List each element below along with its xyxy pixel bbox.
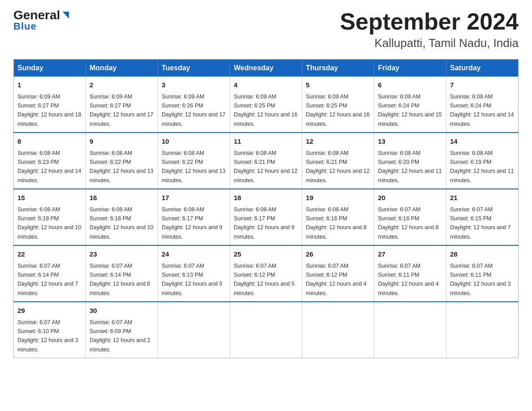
day-info: Sunrise: 6:08 AMSunset: 6:19 PMDaylight:… xyxy=(17,206,81,240)
calendar-cell: 20Sunrise: 6:07 AMSunset: 6:16 PMDayligh… xyxy=(374,189,446,245)
calendar-cell: 22Sunrise: 6:07 AMSunset: 6:14 PMDayligh… xyxy=(14,245,86,302)
logo-blue: Blue xyxy=(13,21,37,32)
day-number: 18 xyxy=(234,193,298,203)
day-info: Sunrise: 6:08 AMSunset: 6:22 PMDaylight:… xyxy=(90,150,153,184)
calendar-cell xyxy=(374,302,446,358)
day-number: 17 xyxy=(162,193,226,203)
calendar-cell: 27Sunrise: 6:07 AMSunset: 6:11 PMDayligh… xyxy=(374,245,446,302)
calendar-cell xyxy=(446,302,519,358)
day-info: Sunrise: 6:09 AMSunset: 6:24 PMDaylight:… xyxy=(378,94,442,127)
calendar-cell: 26Sunrise: 6:07 AMSunset: 6:12 PMDayligh… xyxy=(302,245,374,302)
page-header: General Blue September 2024 Kallupatti, … xyxy=(13,9,519,50)
day-number: 22 xyxy=(17,249,82,260)
calendar-cell: 23Sunrise: 6:07 AMSunset: 6:14 PMDayligh… xyxy=(86,245,158,302)
day-number: 1 xyxy=(17,80,82,90)
day-info: Sunrise: 6:08 AMSunset: 6:23 PMDaylight:… xyxy=(17,150,81,184)
day-number: 23 xyxy=(90,249,154,260)
day-info: Sunrise: 6:07 AMSunset: 6:11 PMDaylight:… xyxy=(378,263,439,296)
day-info: Sunrise: 6:09 AMSunset: 6:25 PMDaylight:… xyxy=(306,94,369,127)
calendar-cell xyxy=(158,302,230,358)
calendar-cell: 10Sunrise: 6:08 AMSunset: 6:22 PMDayligh… xyxy=(158,133,230,189)
calendar-cell: 1Sunrise: 6:09 AMSunset: 6:27 PMDaylight… xyxy=(14,77,86,133)
day-info: Sunrise: 6:08 AMSunset: 6:21 PMDaylight:… xyxy=(234,150,297,184)
calendar-cell: 24Sunrise: 6:07 AMSunset: 6:13 PMDayligh… xyxy=(158,245,230,302)
calendar-cell: 12Sunrise: 6:08 AMSunset: 6:21 PMDayligh… xyxy=(302,133,374,189)
calendar-cell: 3Sunrise: 6:09 AMSunset: 6:26 PMDaylight… xyxy=(158,77,230,133)
calendar-header: SundayMondayTuesdayWednesdayThursdayFrid… xyxy=(14,60,519,77)
calendar-cell xyxy=(230,302,302,358)
day-number: 5 xyxy=(306,80,370,90)
calendar-week-row: 8Sunrise: 6:08 AMSunset: 6:23 PMDaylight… xyxy=(14,133,519,189)
day-info: Sunrise: 6:09 AMSunset: 6:25 PMDaylight:… xyxy=(234,94,297,127)
day-number: 13 xyxy=(378,137,442,147)
calendar-cell: 29Sunrise: 6:07 AMSunset: 6:10 PMDayligh… xyxy=(14,302,86,358)
day-header-wednesday: Wednesday xyxy=(230,60,302,77)
day-number: 28 xyxy=(450,249,515,260)
calendar-title-block: September 2024 Kallupatti, Tamil Nadu, I… xyxy=(340,9,519,50)
day-number: 26 xyxy=(306,249,370,260)
day-header-tuesday: Tuesday xyxy=(158,60,230,77)
svg-marker-0 xyxy=(63,12,69,19)
day-number: 8 xyxy=(17,137,82,147)
day-number: 11 xyxy=(234,137,298,147)
calendar-cell: 14Sunrise: 6:08 AMSunset: 6:19 PMDayligh… xyxy=(446,133,519,189)
day-header-thursday: Thursday xyxy=(302,60,374,77)
day-info: Sunrise: 6:08 AMSunset: 6:20 PMDaylight:… xyxy=(378,150,442,184)
day-number: 19 xyxy=(306,193,370,203)
day-header-monday: Monday xyxy=(86,60,158,77)
day-number: 27 xyxy=(378,249,442,260)
day-number: 15 xyxy=(17,193,82,203)
logo-general: General xyxy=(13,9,60,21)
calendar-cell: 9Sunrise: 6:08 AMSunset: 6:22 PMDaylight… xyxy=(86,133,158,189)
calendar-cell: 5Sunrise: 6:09 AMSunset: 6:25 PMDaylight… xyxy=(302,77,374,133)
day-number: 29 xyxy=(17,306,82,316)
day-number: 21 xyxy=(450,193,515,203)
day-info: Sunrise: 6:07 AMSunset: 6:15 PMDaylight:… xyxy=(450,206,511,240)
day-info: Sunrise: 6:08 AMSunset: 6:19 PMDaylight:… xyxy=(450,150,514,184)
day-info: Sunrise: 6:09 AMSunset: 6:26 PMDaylight:… xyxy=(162,94,225,127)
day-number: 14 xyxy=(450,137,515,147)
calendar-cell: 11Sunrise: 6:08 AMSunset: 6:21 PMDayligh… xyxy=(230,133,302,189)
day-info: Sunrise: 6:07 AMSunset: 6:09 PMDaylight:… xyxy=(90,319,150,353)
day-number: 12 xyxy=(306,137,370,147)
calendar-body: 1Sunrise: 6:09 AMSunset: 6:27 PMDaylight… xyxy=(14,77,519,358)
calendar-cell: 25Sunrise: 6:07 AMSunset: 6:12 PMDayligh… xyxy=(230,245,302,302)
calendar-week-row: 1Sunrise: 6:09 AMSunset: 6:27 PMDaylight… xyxy=(14,77,519,133)
day-number: 25 xyxy=(234,249,298,260)
calendar-cell: 18Sunrise: 6:08 AMSunset: 6:17 PMDayligh… xyxy=(230,189,302,245)
day-number: 3 xyxy=(162,80,226,90)
day-info: Sunrise: 6:08 AMSunset: 6:22 PMDaylight:… xyxy=(162,150,225,184)
day-info: Sunrise: 6:07 AMSunset: 6:14 PMDaylight:… xyxy=(17,263,78,296)
day-number: 9 xyxy=(90,137,154,147)
day-info: Sunrise: 6:07 AMSunset: 6:12 PMDaylight:… xyxy=(306,263,367,296)
calendar-week-row: 22Sunrise: 6:07 AMSunset: 6:14 PMDayligh… xyxy=(14,245,519,302)
calendar-location: Kallupatti, Tamil Nadu, India xyxy=(340,36,519,50)
day-number: 6 xyxy=(378,80,442,90)
day-number: 20 xyxy=(378,193,442,203)
calendar-cell: 28Sunrise: 6:07 AMSunset: 6:11 PMDayligh… xyxy=(446,245,519,302)
day-info: Sunrise: 6:07 AMSunset: 6:12 PMDaylight:… xyxy=(234,263,295,296)
calendar-month-year: September 2024 xyxy=(340,9,519,34)
calendar-cell: 13Sunrise: 6:08 AMSunset: 6:20 PMDayligh… xyxy=(374,133,446,189)
day-header-saturday: Saturday xyxy=(446,60,519,77)
calendar-table: SundayMondayTuesdayWednesdayThursdayFrid… xyxy=(13,59,519,358)
day-headers-row: SundayMondayTuesdayWednesdayThursdayFrid… xyxy=(14,60,519,77)
day-info: Sunrise: 6:07 AMSunset: 6:13 PMDaylight:… xyxy=(162,263,223,296)
day-info: Sunrise: 6:09 AMSunset: 6:27 PMDaylight:… xyxy=(17,94,81,127)
day-header-friday: Friday xyxy=(374,60,446,77)
day-number: 4 xyxy=(234,80,298,90)
day-info: Sunrise: 6:08 AMSunset: 6:17 PMDaylight:… xyxy=(162,206,223,240)
calendar-cell: 7Sunrise: 6:09 AMSunset: 6:24 PMDaylight… xyxy=(446,77,519,133)
calendar-week-row: 15Sunrise: 6:08 AMSunset: 6:19 PMDayligh… xyxy=(14,189,519,245)
day-info: Sunrise: 6:09 AMSunset: 6:24 PMDaylight:… xyxy=(450,94,514,127)
day-info: Sunrise: 6:07 AMSunset: 6:11 PMDaylight:… xyxy=(450,263,511,296)
calendar-cell: 17Sunrise: 6:08 AMSunset: 6:17 PMDayligh… xyxy=(158,189,230,245)
calendar-cell: 6Sunrise: 6:09 AMSunset: 6:24 PMDaylight… xyxy=(374,77,446,133)
day-info: Sunrise: 6:08 AMSunset: 6:16 PMDaylight:… xyxy=(306,206,367,240)
day-number: 7 xyxy=(450,80,515,90)
calendar-week-row: 29Sunrise: 6:07 AMSunset: 6:10 PMDayligh… xyxy=(14,302,519,358)
calendar-cell: 16Sunrise: 6:08 AMSunset: 6:18 PMDayligh… xyxy=(86,189,158,245)
calendar-cell: 15Sunrise: 6:08 AMSunset: 6:19 PMDayligh… xyxy=(14,189,86,245)
calendar-cell: 8Sunrise: 6:08 AMSunset: 6:23 PMDaylight… xyxy=(14,133,86,189)
day-info: Sunrise: 6:08 AMSunset: 6:18 PMDaylight:… xyxy=(90,206,153,240)
